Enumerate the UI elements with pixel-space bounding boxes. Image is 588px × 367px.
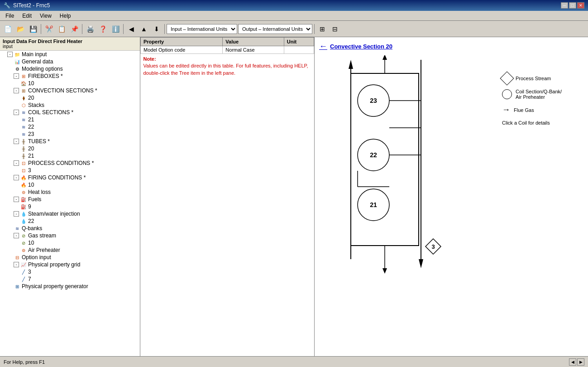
tree-general-data[interactable]: 📊 General data: [0, 58, 140, 65]
tree-label: Main input: [22, 51, 47, 58]
tree-process-3[interactable]: ⊡ 3: [0, 167, 140, 174]
status-btn2[interactable]: ▶: [577, 358, 584, 366]
tree-tube-20[interactable]: ╫ 20: [0, 145, 140, 152]
gas-item-icon: ⊘: [20, 240, 27, 246]
expand-coils[interactable]: -: [14, 110, 19, 115]
tree-firing-10[interactable]: 🔥 10: [0, 181, 140, 188]
expand-steam[interactable]: -: [14, 211, 19, 217]
expand-propgrid[interactable]: -: [14, 262, 19, 267]
tree-prop-7[interactable]: ╱ 7: [0, 275, 140, 283]
download-button[interactable]: ⬇: [151, 23, 163, 35]
info-button[interactable]: ℹ️: [110, 23, 121, 35]
process-stream-diamond: [500, 71, 514, 85]
steam-item-icon: 💧: [20, 218, 27, 224]
tree-fireboxes[interactable]: - ⊞ FIREBOXES *: [0, 72, 140, 80]
diagram-title[interactable]: Convective Section 20: [330, 43, 392, 50]
tree-label: COIL SECTIONS *: [28, 109, 73, 116]
close-button[interactable]: ✕: [577, 2, 584, 9]
expand-fuels[interactable]: -: [14, 197, 19, 202]
tree-coil-22[interactable]: ≋ 22: [0, 123, 140, 130]
menu-file[interactable]: File: [2, 12, 18, 20]
input-units-select[interactable]: Input – International Units: [167, 24, 237, 34]
units-button2[interactable]: ⊟: [329, 23, 341, 35]
tree-firebox-10[interactable]: 🏠 10: [0, 80, 140, 87]
table-row-note: Note: Values can be edited directly in t…: [141, 54, 314, 79]
tree-stacks[interactable]: ⬡ Stacks: [0, 101, 140, 109]
menu-edit[interactable]: Edit: [19, 12, 35, 20]
legend-flue-gas-label: Flue Gas: [514, 107, 534, 113]
tree-label: Heat loss: [28, 189, 51, 195]
tree-label: Physical property generator: [22, 283, 88, 290]
expand-process[interactable]: -: [14, 160, 19, 166]
tree-heat-loss[interactable]: ⊚ Heat loss: [0, 188, 140, 196]
note-text: Values can be edited directly in this ta…: [143, 63, 308, 75]
note-label: Note:: [143, 56, 156, 62]
expand-convection[interactable]: -: [14, 88, 19, 93]
output-units-select[interactable]: Output – International Units: [238, 24, 312, 34]
tree-subtitle: input: [3, 44, 137, 49]
open-button[interactable]: 📂: [14, 23, 26, 35]
tree-label: 3: [28, 269, 31, 275]
new-button[interactable]: 📄: [2, 23, 14, 35]
tree-main-input[interactable]: - 📁 Main input: [0, 51, 140, 58]
svg-text:23: 23: [370, 97, 377, 104]
main-layout: Input Data For Direct Fired Heater input…: [0, 37, 588, 356]
tree-qbanks[interactable]: ≋ Q-banks: [0, 225, 140, 232]
minimize-button[interactable]: ─: [561, 2, 568, 9]
copy-button[interactable]: 📋: [56, 23, 67, 35]
expand-fireboxes[interactable]: -: [14, 73, 19, 79]
cut-button[interactable]: ✂️: [43, 23, 55, 35]
expand-firing[interactable]: -: [14, 175, 19, 180]
tree-modeling-options[interactable]: ⚙ Modeling options: [0, 65, 140, 72]
tree-steam-water[interactable]: - 💧 Steam/water injection: [0, 210, 140, 217]
tree-prop-3[interactable]: ╱ 3: [0, 268, 140, 275]
back-button[interactable]: ◀: [125, 23, 137, 35]
tube-item-icon: ╫: [20, 153, 27, 159]
tree-coil-21[interactable]: ≋ 21: [0, 116, 140, 123]
menu-bar: File Edit View Help: [0, 11, 588, 21]
status-btn1[interactable]: ◀: [569, 358, 576, 366]
tree-steam-22[interactable]: 💧 22: [0, 217, 140, 225]
option-icon: ⊟: [14, 254, 21, 261]
tree-gas-stream[interactable]: - ⊘ Gas stream: [0, 232, 140, 239]
tree-physical-property-grid[interactable]: - 📈 Physical property grid: [0, 261, 140, 268]
tree-label: Option input: [22, 254, 51, 261]
paste-button[interactable]: 📌: [68, 23, 80, 35]
tree-option-input[interactable]: ⊟ Option input: [0, 254, 140, 261]
app-icon: 🔧: [4, 2, 10, 9]
tube-icon: ╫: [20, 138, 27, 145]
save-button[interactable]: 💾: [27, 23, 39, 35]
expand-gas[interactable]: -: [14, 233, 19, 238]
tree-firing-conditions[interactable]: - 🔥 FIRING CONDITIONS *: [0, 174, 140, 181]
tree-physical-property-gen[interactable]: ⊞ Physical property generator: [0, 283, 140, 290]
coil-item-icon: ≋: [20, 124, 27, 130]
menu-help[interactable]: Help: [56, 12, 75, 20]
print-button[interactable]: 🖨️: [84, 23, 96, 35]
tree-convection-sections[interactable]: - ⊞ CONVECTION SECTIONS *: [0, 87, 140, 94]
tree-conv-20[interactable]: ⧫ 20: [0, 94, 140, 101]
right-pane: ← Convective Section 20 23 22 21: [315, 37, 588, 356]
tree-air-preheater[interactable]: ⊚ Air Preheater: [0, 246, 140, 254]
tree-coil-sections[interactable]: - ≋ COIL SECTIONS *: [0, 109, 140, 116]
table-row[interactable]: Model Option code Normal Case: [141, 46, 314, 54]
tree-coil-23[interactable]: ≋ 23: [0, 130, 140, 138]
menu-view[interactable]: View: [36, 12, 55, 20]
tree-fuel-9[interactable]: ⛽ 9: [0, 203, 140, 210]
prop-value[interactable]: Normal Case: [223, 46, 284, 54]
expand-main-input[interactable]: -: [7, 52, 13, 57]
tree-tubes[interactable]: - ╫ TUBES *: [0, 138, 140, 145]
tree-gas-10[interactable]: ⊘ 10: [0, 239, 140, 246]
tree-process-conditions[interactable]: - ⊡ PROCESS CONDITIONS *: [0, 159, 140, 167]
tree-tube-21[interactable]: ╫ 21: [0, 152, 140, 159]
help-button[interactable]: ❓: [97, 23, 109, 35]
tree-label: Air Preheater: [28, 247, 60, 253]
toolbar-sep1: [41, 24, 41, 34]
units-button1[interactable]: ⊞: [316, 23, 328, 35]
tree-label: 7: [28, 276, 31, 282]
back-arrow-button[interactable]: ←: [319, 42, 327, 51]
forward-button[interactable]: ▲: [138, 23, 150, 35]
maximize-button[interactable]: □: [569, 2, 576, 9]
tree-fuels[interactable]: - ⛽ Fuels: [0, 196, 140, 203]
expand-tubes[interactable]: -: [14, 139, 19, 144]
coil-icon: ≋: [20, 109, 27, 116]
